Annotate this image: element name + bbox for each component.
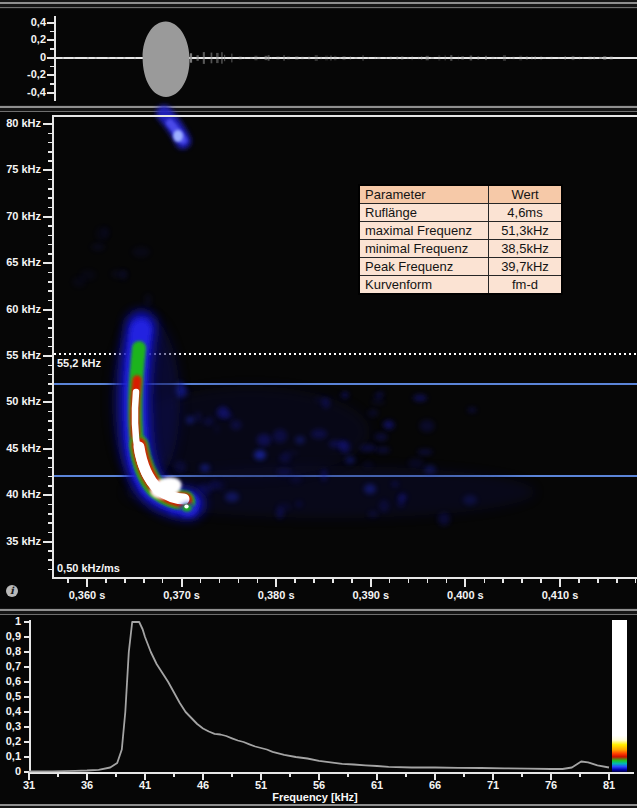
spec-y-minor-tick	[48, 142, 52, 144]
spec-x-minor-tick	[105, 579, 107, 583]
call-parameter-table: ParameterWertRuflänge4,6msmaximal Freque…	[358, 184, 563, 295]
spec-y-minor-tick	[48, 559, 52, 561]
spec-x-minor-tick	[597, 579, 599, 583]
spec-x-minor-tick	[143, 579, 145, 583]
spec-y-minor-tick	[48, 188, 52, 190]
spec-x-minor-tick	[219, 579, 221, 583]
spec-x-minor-tick	[484, 579, 486, 583]
spec-x-minor-tick	[200, 579, 202, 583]
spec-x-tick-label: 0,380 s	[246, 589, 306, 601]
spec-y-minor-tick	[48, 467, 52, 469]
spec-y-minor-tick	[48, 374, 52, 376]
spec-x-tick	[86, 579, 88, 587]
param-table-row: Ruflänge4,6ms	[359, 204, 562, 222]
spectrum-x-axis-title: Frequency [kHz]	[215, 791, 415, 803]
spec-y-tick-label: 70 kHz	[0, 210, 41, 222]
param-value-cell: fm-d	[489, 276, 563, 295]
spec-y-tick	[43, 262, 52, 264]
param-value-cell: 51,3kHz	[489, 222, 563, 240]
spec-y-minor-tick	[48, 550, 52, 552]
spec-y-minor-tick	[48, 485, 52, 487]
spec-y-tick	[43, 123, 52, 125]
oscillogram-waveform[interactable]	[0, 0, 637, 110]
spec-y-minor-tick	[48, 179, 52, 181]
spec-x-minor-tick	[540, 579, 542, 583]
spec-y-minor-tick	[48, 337, 52, 339]
threshold-frequency-label: 55,2 kHz	[57, 357, 101, 369]
spec-y-minor-tick	[48, 504, 52, 506]
spec-y-minor-tick	[48, 225, 52, 227]
spec-x-minor-tick	[67, 579, 69, 583]
spec-x-minor-tick	[446, 579, 448, 583]
spectrogram-canvas[interactable]	[0, 112, 637, 580]
spec-x-tick-label: 0,360 s	[57, 589, 117, 601]
spec-y-minor-tick	[48, 197, 52, 199]
intensity-colorbar	[612, 620, 627, 772]
spec-y-minor-tick	[48, 244, 52, 246]
spec-x-minor-tick	[124, 579, 126, 583]
spec-x-minor-tick	[521, 579, 523, 583]
spec-y-minor-tick	[48, 281, 52, 283]
spectrogram-frame-left	[52, 115, 54, 579]
spec-x-minor-tick	[635, 579, 637, 583]
spec-x-tick	[275, 579, 277, 587]
spec-y-minor-tick	[48, 476, 52, 478]
spec-y-minor-tick	[48, 392, 52, 394]
param-name-cell: Kurvenform	[359, 276, 489, 295]
spec-y-minor-tick	[48, 272, 52, 274]
spec-x-minor-tick	[162, 579, 164, 583]
spec-y-minor-tick	[48, 133, 52, 135]
spec-x-tick-label: 0,410 s	[530, 589, 590, 601]
spec-x-minor-tick	[616, 579, 618, 583]
spec-y-minor-tick	[48, 457, 52, 459]
spec-y-minor-tick	[48, 420, 52, 422]
spec-y-tick	[43, 401, 52, 403]
param-name-cell: minimal Frequenz	[359, 240, 489, 258]
spectrogram-frame-bottom	[52, 577, 637, 579]
spec-y-minor-tick	[48, 207, 52, 209]
spec-x-tick	[464, 579, 466, 587]
spec-x-minor-tick	[408, 579, 410, 583]
param-value-cell: 38,5kHz	[489, 240, 563, 258]
param-value-cell: 4,6ms	[489, 204, 563, 222]
param-value-cell: 39,7kHz	[489, 258, 563, 276]
param-name-cell: maximal Frequenz	[359, 222, 489, 240]
spec-y-minor-tick	[48, 429, 52, 431]
spec-y-minor-tick	[48, 383, 52, 385]
bat-call-analyzer-window: 0,40,20-0,2-0,4	[0, 0, 637, 808]
call-envelope-blob	[143, 21, 190, 97]
spec-y-minor-tick	[48, 160, 52, 162]
spec-y-minor-tick	[48, 365, 52, 367]
spec-x-minor-tick	[578, 579, 580, 583]
spec-x-tick-label: 0,370 s	[152, 589, 212, 601]
spec-y-minor-tick	[48, 513, 52, 515]
spec-y-minor-tick	[48, 522, 52, 524]
spec-y-tick-label: 50 kHz	[0, 395, 41, 407]
spec-y-tick-label: 65 kHz	[0, 256, 41, 268]
spec-x-tick-label: 0,400 s	[435, 589, 495, 601]
spec-y-minor-tick	[48, 346, 52, 348]
spec-y-minor-tick	[48, 253, 52, 255]
spec-y-minor-tick	[48, 532, 52, 534]
spec-x-minor-tick	[238, 579, 240, 583]
spec-y-tick-label: 60 kHz	[0, 303, 41, 315]
spec-y-tick-label: 40 kHz	[0, 488, 41, 500]
param-table-row: Kurvenformfm-d	[359, 276, 562, 295]
spec-y-tick	[43, 169, 52, 171]
spectrogram-frame-top	[52, 115, 637, 117]
spec-y-tick-label: 75 kHz	[0, 163, 41, 175]
param-table-row: minimal Frequenz38,5kHz	[359, 240, 562, 258]
param-table-header: Wert	[489, 185, 563, 204]
spec-y-minor-tick	[48, 290, 52, 292]
spec-y-minor-tick	[48, 439, 52, 441]
spec-y-tick	[43, 541, 52, 543]
spec-y-tick	[43, 216, 52, 218]
spec-y-tick	[43, 494, 52, 496]
spec-x-minor-tick	[332, 579, 334, 583]
spec-x-tick	[559, 579, 561, 587]
harmonic-blob-core	[173, 130, 183, 142]
slope-label: 0,50 kHz/ms	[57, 562, 120, 574]
spectrum-curve-canvas[interactable]	[0, 614, 637, 808]
param-table-header: Parameter	[359, 185, 489, 204]
info-icon[interactable]: i	[6, 585, 18, 597]
